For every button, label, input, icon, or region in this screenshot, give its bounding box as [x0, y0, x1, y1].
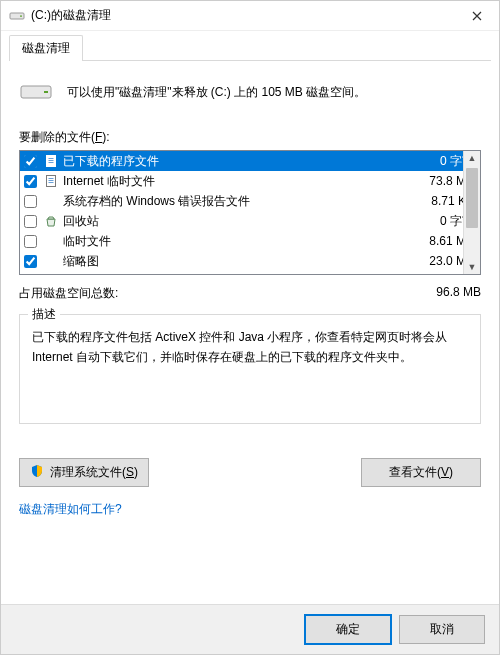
dialog-footer: 确定 取消 [1, 604, 499, 654]
description-group: 描述 已下载的程序文件包括 ActiveX 控件和 Java 小程序，你查看特定… [19, 314, 481, 424]
total-value: 96.8 MB [436, 285, 481, 302]
doc-icon [43, 153, 59, 169]
help-link[interactable]: 磁盘清理如何工作? [19, 501, 481, 518]
drive-icon [9, 8, 25, 24]
tab-disk-cleanup[interactable]: 磁盘清理 [9, 35, 83, 61]
tab-content: 可以使用"磁盘清理"来释放 (C:) 上的 105 MB 磁盘空间。 要删除的文… [1, 61, 499, 604]
blank-icon [43, 233, 59, 249]
button-row: 清理系统文件(S) 查看文件(V) [19, 458, 481, 487]
tabstrip: 磁盘清理 [1, 31, 499, 60]
file-row[interactable]: 临时文件8.61 MB [20, 231, 480, 251]
shield-icon [30, 464, 44, 481]
file-row-checkbox[interactable] [24, 195, 37, 208]
file-row-name: 临时文件 [63, 233, 429, 250]
file-row[interactable]: 系统存档的 Windows 错误报告文件8.71 KB [20, 191, 480, 211]
blank-icon [43, 193, 59, 209]
drive-large-icon [19, 75, 53, 109]
blank-icon [43, 253, 59, 269]
summary-text: 可以使用"磁盘清理"来释放 (C:) 上的 105 MB 磁盘空间。 [67, 84, 366, 101]
recycle-icon [43, 213, 59, 229]
window-title: (C:)的磁盘清理 [31, 7, 454, 24]
scroll-up-icon[interactable]: ▲ [468, 151, 477, 165]
svg-rect-1 [20, 15, 22, 16]
file-row-name: 回收站 [63, 213, 440, 230]
ok-button[interactable]: 确定 [305, 615, 391, 644]
file-row[interactable]: 缩略图23.0 MB [20, 251, 480, 271]
file-list[interactable]: 已下载的程序文件0 字节Internet 临时文件73.8 MB系统存档的 Wi… [19, 150, 481, 275]
file-row-name: 缩略图 [63, 253, 429, 270]
file-row-checkbox[interactable] [24, 175, 37, 188]
cancel-button[interactable]: 取消 [399, 615, 485, 644]
description-text: 已下载的程序文件包括 ActiveX 控件和 Java 小程序，你查看特定网页时… [32, 327, 468, 368]
view-files-button[interactable]: 查看文件(V) [361, 458, 481, 487]
file-row[interactable]: 回收站0 字节 [20, 211, 480, 231]
file-row-checkbox[interactable] [24, 155, 37, 168]
file-row[interactable]: 已下载的程序文件0 字节 [20, 151, 480, 171]
scroll-down-icon[interactable]: ▼ [468, 260, 477, 274]
scroll-thumb[interactable] [466, 168, 478, 228]
window-close-button[interactable] [454, 1, 499, 31]
total-label: 占用磁盘空间总数: [19, 285, 118, 302]
file-row-checkbox[interactable] [24, 255, 37, 268]
summary-row: 可以使用"磁盘清理"来释放 (C:) 上的 105 MB 磁盘空间。 [19, 75, 481, 109]
doc-icon [43, 173, 59, 189]
file-row[interactable]: Internet 临时文件73.8 MB [20, 171, 480, 191]
disk-cleanup-window: (C:)的磁盘清理 磁盘清理 可以使用"磁盘清理"来释放 (C:) 上的 105… [0, 0, 500, 655]
file-row-name: Internet 临时文件 [63, 173, 429, 190]
clean-system-files-button[interactable]: 清理系统文件(S) [19, 458, 149, 487]
scrollbar[interactable]: ▲ ▼ [463, 151, 480, 274]
files-to-delete-label: 要删除的文件(F): [19, 129, 481, 146]
totals-row: 占用磁盘空间总数: 96.8 MB [19, 285, 481, 302]
file-row-checkbox[interactable] [24, 215, 37, 228]
titlebar: (C:)的磁盘清理 [1, 1, 499, 31]
description-legend: 描述 [28, 306, 60, 323]
file-row-checkbox[interactable] [24, 235, 37, 248]
svg-rect-3 [44, 91, 48, 93]
file-row-name: 系统存档的 Windows 错误报告文件 [63, 193, 431, 210]
file-row-name: 已下载的程序文件 [63, 153, 440, 170]
